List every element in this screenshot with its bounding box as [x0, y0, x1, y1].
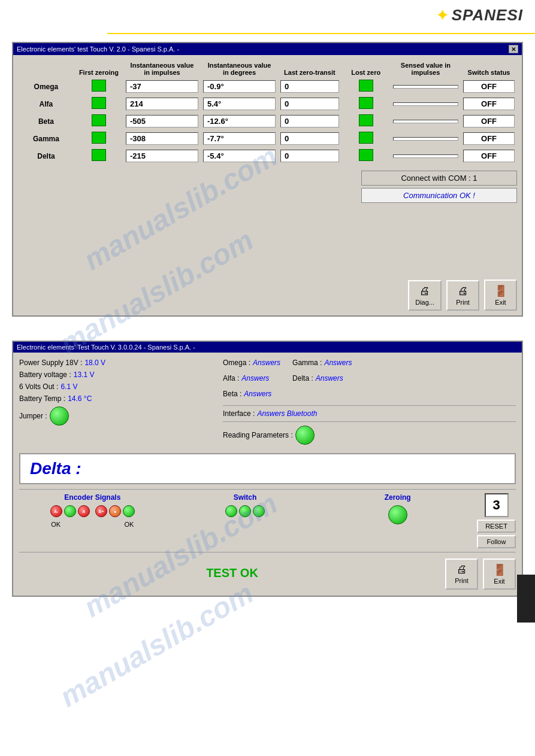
beta-label: Beta :	[223, 390, 241, 398]
lost-zero-gamma	[359, 132, 373, 144]
last-zero-beta: 0	[280, 115, 339, 127]
exit-button[interactable]: 🚪 Exit	[484, 280, 517, 311]
value-deg-omega: -0.9°	[203, 80, 276, 93]
gamma-label: Gamma :	[292, 359, 322, 367]
switch-gamma: OFF	[463, 132, 515, 145]
encoder-a-plus: A	[78, 505, 90, 517]
switch-circles	[172, 505, 319, 517]
window2: Electronic elements' Test Touch V. 3.0.0…	[12, 341, 523, 597]
battery-voltage-row: Battery voltage : 13.1 V	[19, 371, 223, 379]
switch-delta: OFF	[463, 150, 515, 162]
ok-label-2: OK	[125, 521, 134, 528]
value-deg-beta: -12.6°	[203, 115, 276, 127]
reset-button[interactable]: RESET	[477, 520, 516, 533]
bottom-section: Encoder Signals A- A B+ ● OK OK	[19, 493, 516, 548]
col-sensed: Sensed value in impulses	[391, 60, 461, 78]
logo-area: ✦ SPANESI	[436, 6, 523, 25]
comm-ok-box: Communication OK !	[361, 188, 517, 203]
table-row: Omega -37 -0.9° 0 OFF	[18, 78, 517, 95]
sensed-omega	[393, 85, 458, 89]
sensed-gamma	[393, 137, 458, 141]
volts-out-row: 6 Volts Out : 6.1 V	[19, 382, 223, 391]
zeroing-section: Zeroing	[324, 493, 471, 524]
test-ok-text: TEST OK	[19, 560, 445, 586]
row-label-omega: Omega	[18, 78, 74, 95]
battery-temp-value: 14.6 °C	[68, 394, 92, 403]
interface-row: Interface : Answers Bluetooth	[223, 409, 516, 418]
switch-circle-2	[239, 505, 251, 517]
green-indicator-beta	[92, 114, 106, 126]
logo-text: SPANESI	[452, 6, 523, 25]
value-imp-gamma: -308	[126, 132, 198, 145]
col-lost-zero: Lost zero	[341, 60, 391, 78]
divider3	[19, 489, 516, 490]
window1-titlebar: Electronic elements' test Touch V. 2.0 -…	[13, 43, 522, 55]
lost-zero-alfa	[359, 97, 373, 109]
battery-voltage-value: 13.1 V	[74, 371, 95, 379]
jumper-indicator	[50, 406, 69, 426]
exit-button-2[interactable]: 🚪 Exit	[483, 558, 516, 590]
diag-icon: 🖨	[419, 285, 430, 297]
print-label-2: Print	[455, 577, 468, 584]
value-imp-beta: -505	[126, 115, 198, 127]
power-supply-value: 18.0 V	[84, 359, 105, 367]
window1-body: First zeroing Instantaneous value in imp…	[13, 55, 522, 315]
switch-beta: OFF	[463, 115, 515, 127]
answers-col2: Gamma : Answers Delta : Answers	[292, 359, 352, 402]
logo-separator	[107, 33, 535, 34]
sensed-delta	[393, 154, 458, 158]
delta2-label: Delta :	[292, 374, 313, 382]
main-content: Electronic elements' test Touch V. 2.0 -…	[0, 0, 535, 633]
delta-display-text: Delta :	[30, 459, 81, 478]
zeroing-indicator	[388, 505, 407, 524]
window1-close-btn[interactable]: ✕	[509, 45, 518, 53]
w2-right-col: Omega : Answers Alfa : Answers Beta : An…	[223, 359, 516, 448]
encoder-b-center: ●	[109, 505, 121, 517]
divider2	[223, 421, 516, 422]
interface-label: Interface :	[223, 409, 255, 418]
encoder-section: Encoder Signals A- A B+ ● OK OK	[19, 493, 166, 528]
delta2-value: Answers	[316, 374, 343, 382]
gamma-row: Gamma : Answers	[292, 359, 352, 367]
print-label: Print	[456, 299, 470, 306]
lost-zero-delta	[359, 149, 373, 161]
col-first-zeroing: First zeroing	[74, 60, 123, 78]
volts-out-value: 6.1 V	[61, 382, 77, 391]
lost-zero-omega	[359, 80, 373, 92]
omega-value: Answers	[253, 359, 280, 367]
value-deg-alfa: 5.4°	[203, 98, 276, 110]
row-label-delta: Delta	[18, 147, 74, 165]
bottom-buttons: 🖨 Print 🚪 Exit	[445, 558, 516, 590]
logo-star-icon: ✦	[436, 7, 449, 24]
encoder-title: Encoder Signals	[19, 493, 166, 502]
divider1	[223, 405, 516, 406]
diag-button[interactable]: 🖨 Diag...	[408, 280, 442, 311]
row-label-gamma: Gamma	[18, 130, 74, 147]
last-zero-gamma: 0	[280, 132, 339, 145]
last-zero-omega: 0	[280, 80, 339, 93]
zeroing-title: Zeroing	[324, 493, 471, 502]
col-instant-imp: Instantaneous value in impulses	[123, 60, 201, 78]
reading-row: Reading Parameters :	[223, 426, 516, 445]
window1-title: Electronic elements' test Touch V. 2.0 -…	[17, 45, 179, 53]
beta-row: Beta : Answers	[223, 390, 280, 398]
print-button-2[interactable]: 🖨 Print	[445, 558, 478, 590]
exit-icon: 🚪	[494, 284, 507, 297]
col-last-zero: Last zero-transit	[278, 60, 341, 78]
encoder-circles-a: A- A B+ ●	[19, 505, 166, 517]
print-icon-2: 🖨	[457, 563, 467, 576]
print-button[interactable]: 🖨 Print	[446, 280, 479, 311]
w2-main-layout: Power Supply 18V : 18.0 V Battery voltag…	[19, 359, 516, 448]
delta-display-box: Delta :	[19, 453, 516, 484]
number-reset-section: 3 RESET Follow	[477, 493, 516, 548]
last-zero-alfa: 0	[280, 98, 339, 110]
switch-omega: OFF	[463, 80, 515, 93]
sensed-alfa	[393, 102, 458, 106]
follow-button[interactable]: Follow	[477, 535, 516, 548]
w2-left-col: Power Supply 18V : 18.0 V Battery voltag…	[19, 359, 223, 448]
jumper-label: Jumper :	[19, 412, 47, 420]
data-table: First zeroing Instantaneous value in imp…	[18, 60, 517, 165]
number-display: 3	[485, 493, 509, 517]
green-indicator-delta	[92, 149, 106, 161]
beta-value: Answers	[244, 390, 271, 398]
